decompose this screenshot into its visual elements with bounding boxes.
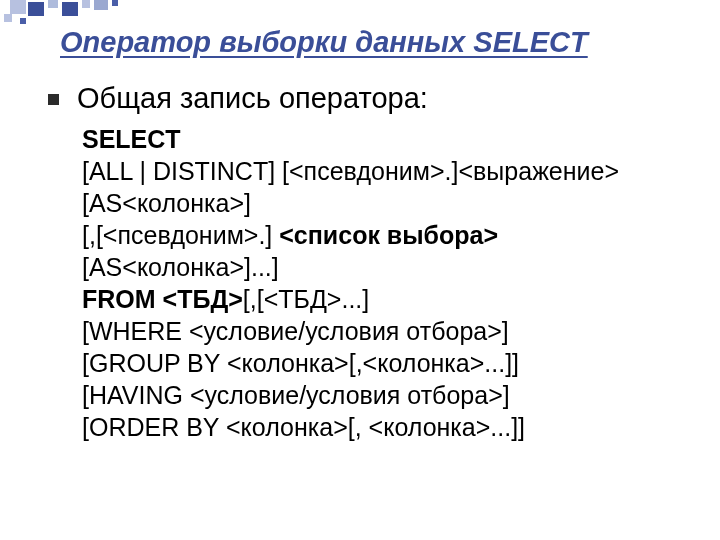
syntax-line: [ORDER BY <колонка>[, <колонка>...]] xyxy=(82,411,686,443)
deco-square xyxy=(62,2,78,16)
syntax-frag: [AS<колонка>]...] xyxy=(82,253,279,281)
kw-from: FROM <ТБД> xyxy=(82,285,243,313)
deco-square xyxy=(20,18,26,24)
syntax-frag: [,[<псевдоним>.] xyxy=(82,221,279,249)
deco-square xyxy=(112,0,118,6)
syntax-line: [HAVING <условие/условия отбора>] xyxy=(82,379,686,411)
deco-square xyxy=(94,0,108,10)
kw-select: SELECT xyxy=(82,125,181,153)
syntax-frag-bold: <список выбора> xyxy=(279,221,498,249)
deco-square xyxy=(28,2,44,16)
syntax-line: FROM <ТБД>[,[<ТБД>...] xyxy=(82,283,686,315)
deco-square xyxy=(48,0,58,8)
lead-text: Общая запись оператора: xyxy=(77,82,428,115)
syntax-line: [GROUP BY <колонка>[,<колонка>...]] xyxy=(82,347,686,379)
deco-square xyxy=(10,0,26,14)
syntax-line: [ALL | DISTINCT] [<псевдоним>.]<выражени… xyxy=(82,155,686,219)
syntax-block: SELECT [ALL | DISTINCT] [<псевдоним>.]<в… xyxy=(82,123,686,443)
deco-square xyxy=(82,0,90,8)
slide: Оператор выборки данных SELECT Общая зап… xyxy=(0,0,720,540)
syntax-line: [WHERE <условие/условия отбора>] xyxy=(82,315,686,347)
bullet-icon xyxy=(48,94,59,105)
slide-body: Общая запись оператора: SELECT [ALL | DI… xyxy=(46,82,686,443)
lead-row: Общая запись оператора: xyxy=(46,82,686,115)
deco-square xyxy=(4,14,12,22)
slide-title: Оператор выборки данных SELECT xyxy=(60,26,686,59)
syntax-line: [,[<псевдоним>.] <список выбора>[AS<коло… xyxy=(82,219,686,283)
syntax-frag: [,[<ТБД>...] xyxy=(243,285,369,313)
